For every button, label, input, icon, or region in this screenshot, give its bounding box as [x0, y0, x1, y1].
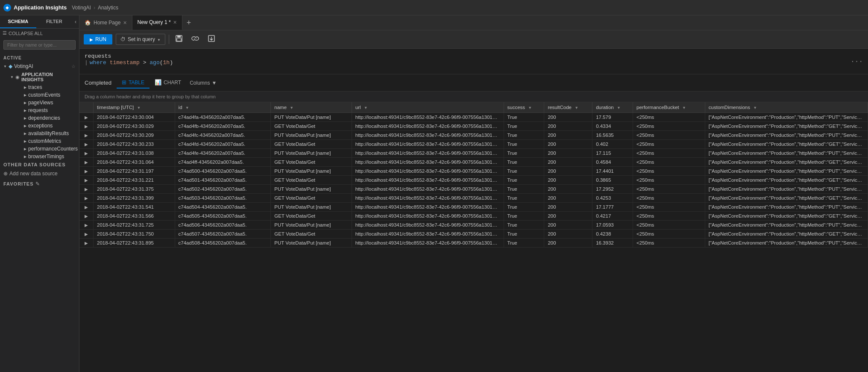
sidebar-search-input[interactable]: [3, 40, 76, 50]
cell-url: http://localhost:49341/c9bc8552-83e7-42c…: [352, 239, 504, 248]
traces-label: traces: [28, 84, 42, 90]
expand-btn[interactable]: ▶: [83, 205, 90, 210]
table-row: ▶ 2018-04-02T22:43:31.750 c74ad507-43456…: [79, 230, 868, 239]
expand-btn[interactable]: ▶: [83, 142, 90, 147]
sidebar-item-traces[interactable]: traces: [14, 83, 79, 91]
breadcrumb-analytics[interactable]: Analytics: [98, 5, 118, 11]
sidebar-collapse-icon[interactable]: ‹: [72, 15, 79, 28]
row-expand[interactable]: ▶: [79, 221, 94, 230]
row-expand[interactable]: ▶: [79, 149, 94, 158]
tab-newquery[interactable]: New Query 1 * ×: [132, 15, 182, 30]
set-in-query-btn[interactable]: Set in query: [116, 34, 165, 45]
row-expand[interactable]: ▶: [79, 131, 94, 140]
sidebar-item-pageviews[interactable]: pageViews: [14, 99, 79, 106]
cell-perfbucket: <250ms: [633, 194, 705, 203]
content-area: 🏠 Home Page × New Query 1 * × + RUN Set …: [79, 15, 868, 372]
sidebar-item-app-insights[interactable]: ◉ APPLICATION INSIGHTS: [7, 71, 79, 83]
sidebar-item-custommetrics[interactable]: customMetrics: [14, 137, 79, 145]
row-expand[interactable]: ▶: [79, 140, 94, 149]
expand-btn[interactable]: ▶: [83, 214, 90, 218]
row-expand[interactable]: ▶: [79, 185, 94, 194]
row-expand[interactable]: ▶: [79, 212, 94, 221]
run-button[interactable]: RUN: [84, 34, 112, 44]
expand-btn[interactable]: ▶: [83, 169, 90, 174]
columns-btn[interactable]: Columns ▼: [190, 80, 217, 86]
cell-perfbucket: <250ms: [633, 140, 705, 149]
sidebar-item-exceptions[interactable]: exceptions: [14, 122, 79, 130]
star-icon[interactable]: ☆: [71, 64, 76, 69]
tab-add-btn[interactable]: +: [182, 18, 196, 27]
table-row: ▶ 2018-04-02T22:43:31.375 c74ad502-43456…: [79, 185, 868, 194]
tab-table[interactable]: ⊞ TABLE: [117, 77, 150, 89]
tab-schema[interactable]: SCHEMA: [0, 15, 36, 28]
collapse-all-icon: ☰: [3, 30, 7, 36]
row-expand[interactable]: ▶: [79, 167, 94, 176]
sidebar-item-votingai[interactable]: ◆ VotingAI ☆: [0, 62, 79, 71]
expand-btn[interactable]: ▶: [83, 223, 90, 227]
expand-btn[interactable]: ▶: [83, 133, 90, 138]
breadcrumb-votingai[interactable]: VotingAI: [72, 5, 91, 11]
tab-newquery-close[interactable]: ×: [173, 19, 177, 25]
th-name[interactable]: name ▼: [271, 102, 352, 113]
row-expand[interactable]: ▶: [79, 122, 94, 131]
tab-homepage[interactable]: 🏠 Home Page ×: [79, 15, 132, 30]
th-duration[interactable]: duration ▼: [592, 102, 633, 113]
expand-btn[interactable]: ▶: [83, 151, 90, 156]
row-expand[interactable]: ▶: [79, 203, 94, 212]
table-header-row: timestamp [UTC] ▼ id ▼ name ▼ url ▼ succ…: [79, 102, 868, 113]
row-expand[interactable]: ▶: [79, 113, 94, 122]
app-insights-label: APPLICATION INSIGHTS: [21, 72, 76, 82]
cell-customdim: ["AspNetCoreEnvironment":"Production","h…: [705, 203, 868, 212]
sidebar-item-requests[interactable]: requests: [14, 106, 79, 114]
query-more-options[interactable]: ···: [850, 58, 863, 65]
expand-btn[interactable]: ▶: [83, 178, 90, 183]
table-container[interactable]: timestamp [UTC] ▼ id ▼ name ▼ url ▼ succ…: [79, 102, 868, 372]
tab-homepage-close[interactable]: ×: [123, 20, 126, 26]
table-row: ▶ 2018-04-02T22:43:31.038 c74ad4fe-43456…: [79, 149, 868, 158]
row-expand[interactable]: ▶: [79, 230, 94, 239]
collapse-all-btn[interactable]: ☰ COLLAPSE ALL: [0, 29, 79, 38]
save-button[interactable]: [173, 33, 185, 46]
th-id[interactable]: id ▼: [175, 102, 271, 113]
add-datasource-btn[interactable]: ⊕ Add new data source: [0, 169, 79, 178]
th-resultcode[interactable]: resultCode ▼: [544, 102, 592, 113]
table-row: ▶ 2018-04-02T22:43:31.541 c74ad504-43456…: [79, 203, 868, 212]
expand-btn[interactable]: ▶: [83, 187, 90, 192]
share-link-button[interactable]: [189, 33, 202, 46]
table-row: ▶ 2018-04-02T22:43:31.566 c74ad505-43456…: [79, 212, 868, 221]
table-row: ▶ 2018-04-02T22:43:31.221 c74ad501-43456…: [79, 176, 868, 185]
tab-filter[interactable]: FILTER: [36, 15, 73, 28]
cell-timestamp: 2018-04-02T22:43:31.895: [94, 239, 175, 248]
expand-btn[interactable]: ▶: [83, 160, 90, 165]
sidebar-item-dependencies[interactable]: dependencies: [14, 114, 79, 122]
sidebar-item-browsertimings[interactable]: browserTimings: [14, 153, 79, 160]
row-expand[interactable]: ▶: [79, 194, 94, 203]
query-editor[interactable]: requests | where timestamp > ago ( 1h ) …: [79, 49, 868, 74]
th-success[interactable]: success ▼: [504, 102, 544, 113]
export-button[interactable]: [205, 33, 218, 46]
sidebar-item-availabilityresults[interactable]: availabilityResults: [14, 130, 79, 137]
favorites-edit-icon[interactable]: ✎: [35, 181, 40, 187]
expand-btn[interactable]: ▶: [83, 124, 90, 129]
row-expand[interactable]: ▶: [79, 176, 94, 185]
expand-btn[interactable]: ▶: [83, 196, 90, 201]
expand-btn[interactable]: ▶: [83, 115, 90, 120]
sidebar-item-customevents[interactable]: customEvents: [14, 91, 79, 99]
sidebar-item-performancecounters[interactable]: performanceCounters: [14, 145, 79, 153]
th-performancebucket[interactable]: performanceBucket ▼: [633, 102, 705, 113]
tab-table-label: TABLE: [129, 80, 144, 86]
th-customdimensions[interactable]: customDimensions ▼: [705, 102, 868, 113]
expand-btn[interactable]: ▶: [83, 241, 90, 245]
th-timestamp[interactable]: timestamp [UTC] ▼: [94, 102, 175, 113]
row-expand[interactable]: ▶: [79, 158, 94, 167]
cell-perfbucket: <250ms: [633, 167, 705, 176]
query-param: 1h: [163, 59, 170, 66]
row-expand[interactable]: ▶: [79, 239, 94, 248]
chart-icon: 📊: [155, 79, 161, 86]
th-url[interactable]: url ▼: [352, 102, 504, 113]
tab-chart[interactable]: 📊 CHART: [150, 77, 186, 89]
performancecounters-label: performanceCounters: [28, 146, 78, 152]
expand-btn[interactable]: ▶: [83, 232, 90, 236]
cell-duration: 0.4584: [592, 158, 633, 167]
chevron-right-icon: [24, 131, 26, 136]
